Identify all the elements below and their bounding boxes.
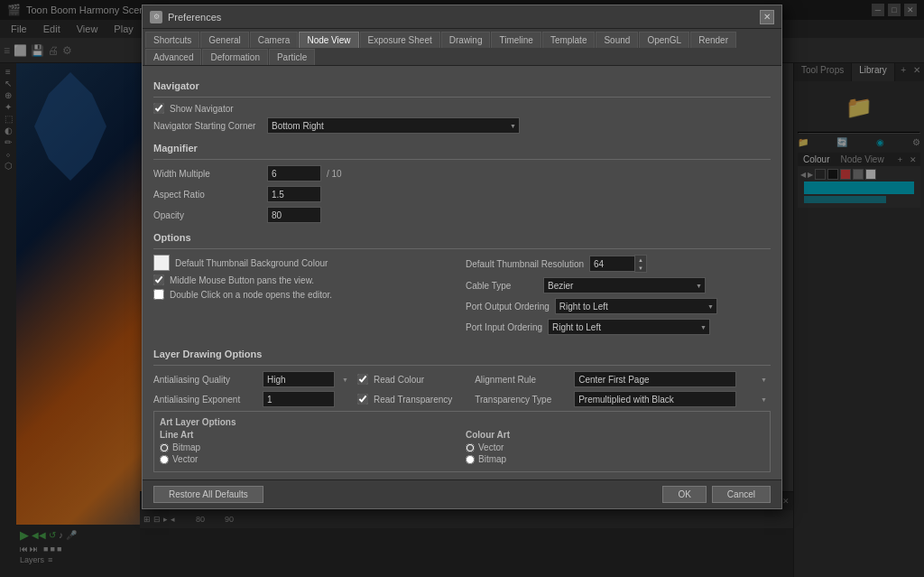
thumbnail-res-up[interactable]: ▲	[635, 256, 646, 264]
show-navigator-row: Show Navigator	[153, 103, 771, 114]
thumbnail-bg-row: Default Thumbnail Background Colour	[153, 255, 458, 271]
colour-art-vector-label: Vector	[478, 442, 504, 452]
aa-exponent-input[interactable]	[263, 391, 335, 407]
aspect-ratio-row: Aspect Ratio	[153, 186, 771, 202]
double-click-label: Double Click on a node opens the editor.	[170, 290, 332, 300]
art-layer-options-label: Art Layer Options	[160, 417, 764, 427]
aa-quality-select[interactable]: High Low Medium Very High	[263, 371, 335, 387]
starting-corner-select[interactable]: Bottom Right Top Left Top Right Bottom L…	[267, 117, 520, 134]
middle-mouse-row: Middle Mouse Button pans the view.	[153, 275, 458, 285]
port-output-select[interactable]: Right to Left Left to Right	[555, 298, 717, 314]
port-input-select[interactable]: Right to Left Left to Right	[548, 319, 710, 335]
tab-drawing[interactable]: Drawing	[441, 32, 491, 48]
dialog-titlebar: ⚙ Preferences ✕	[143, 5, 781, 29]
starting-corner-select-wrapper: Bottom Right Top Left Top Right Bottom L…	[267, 117, 520, 134]
tab-render[interactable]: Render	[690, 32, 736, 48]
transparency-type-select[interactable]: Premultiplied with Black Straight Premul…	[574, 391, 736, 407]
tab-sound[interactable]: Sound	[596, 32, 638, 48]
colour-art-group: Colour Art Vector Bitmap	[466, 430, 764, 466]
aa-quality-select-wrapper: High Low Medium Very High	[263, 371, 352, 387]
thumbnail-res-row: Default Thumbnail Resolution ▲ ▼	[466, 255, 771, 273]
options-grid: Default Thumbnail Background Colour Midd…	[153, 255, 771, 340]
aspect-ratio-input[interactable]	[267, 186, 321, 202]
read-colour-row: Read Colour	[357, 374, 469, 385]
thumbnail-res-spinbox: ▲ ▼	[589, 255, 647, 273]
tab-timeline-pref[interactable]: Timeline	[491, 32, 541, 48]
opacity-row: Opacity	[153, 207, 771, 223]
middle-mouse-checkbox[interactable]	[153, 275, 164, 285]
port-input-row: Port Input Ordering Right to Left Left t…	[466, 319, 771, 335]
preferences-dialog: ⚙ Preferences ✕ Shortcuts General Camera…	[142, 5, 782, 509]
colour-art-bitmap-radio[interactable]	[466, 455, 475, 464]
port-output-row: Port Output Ordering Right to Left Left …	[466, 298, 771, 314]
dialog-title: Preferences	[168, 12, 221, 23]
restore-defaults-button[interactable]: Restore All Defaults	[153, 486, 263, 503]
ok-button[interactable]: OK	[662, 486, 706, 503]
opacity-label: Opacity	[153, 210, 262, 220]
thumbnail-bg-swatch[interactable]	[153, 255, 170, 271]
tab-particle[interactable]: Particle	[269, 49, 315, 65]
tab-node-view[interactable]: Node View	[299, 32, 358, 48]
show-navigator-checkbox[interactable]	[153, 103, 164, 114]
opacity-input[interactable]	[267, 207, 321, 223]
read-transparency-row: Read Transparency	[357, 394, 469, 405]
colour-art-vector-row: Vector	[466, 442, 764, 452]
tab-advanced[interactable]: Advanced	[145, 49, 201, 65]
navigator-divider	[153, 97, 771, 98]
tab-opengl[interactable]: OpenGL	[639, 32, 689, 48]
colour-art-vector-radio[interactable]	[466, 443, 475, 452]
tab-camera[interactable]: Camera	[250, 32, 299, 48]
cancel-button[interactable]: Cancel	[712, 486, 771, 503]
line-art-label: Line Art	[160, 430, 458, 440]
starting-corner-label: Navigator Starting Corner	[153, 121, 262, 131]
dialog-tabs: Shortcuts General Camera Node View Expos…	[143, 29, 781, 66]
navigator-header: Navigator	[153, 80, 771, 91]
tab-template[interactable]: Template	[542, 32, 596, 48]
options-header: Options	[153, 232, 771, 243]
app-window: 🎬 Toon Boom Harmony Scene: S ─ □ ✕ File …	[0, 0, 924, 577]
thumbnail-res-down[interactable]: ▼	[635, 264, 646, 272]
port-input-select-wrapper: Right to Left Left to Right	[548, 319, 710, 335]
show-navigator-label: Show Navigator	[170, 104, 234, 114]
layer-drawing-grid: Antialiasing Quality High Low Medium Ver…	[153, 371, 771, 407]
double-click-checkbox[interactable]	[153, 289, 164, 300]
colour-art-bitmap-row: Bitmap	[466, 454, 764, 464]
port-output-select-wrapper: Right to Left Left to Right	[555, 298, 717, 314]
width-multiple-input[interactable]	[267, 165, 321, 181]
read-colour-checkbox[interactable]	[357, 374, 368, 385]
double-click-row: Double Click on a node opens the editor.	[153, 289, 458, 300]
dialog-close-button[interactable]: ✕	[760, 10, 774, 24]
aa-quality-label: Antialiasing Quality	[153, 375, 257, 385]
thumbnail-res-spinbox-btns: ▲ ▼	[634, 255, 647, 273]
footer-right: OK Cancel	[662, 486, 771, 503]
preferences-overlay: ⚙ Preferences ✕ Shortcuts General Camera…	[0, 0, 924, 577]
thumbnail-bg-label: Default Thumbnail Background Colour	[175, 258, 328, 268]
starting-corner-row: Navigator Starting Corner Bottom Right T…	[153, 117, 771, 134]
width-multiple-row: Width Multiple / 10	[153, 165, 771, 181]
width-multiple-label: Width Multiple	[153, 169, 262, 179]
read-transparency-checkbox[interactable]	[357, 394, 368, 405]
cable-type-select-wrapper: Bezier Straight S-Curve	[543, 277, 706, 293]
line-art-group: Line Art Bitmap Vector	[160, 430, 458, 466]
line-art-bitmap-row: Bitmap	[160, 442, 458, 452]
line-art-bitmap-label: Bitmap	[172, 442, 200, 452]
cable-type-label: Cable Type	[466, 281, 538, 291]
layer-drawing-header: Layer Drawing Options	[153, 349, 771, 359]
line-art-bitmap-radio[interactable]	[160, 443, 169, 452]
dialog-titlebar-left: ⚙ Preferences	[150, 11, 221, 23]
magnifier-divider	[153, 159, 771, 160]
tab-exposure-sheet[interactable]: Exposure Sheet	[360, 32, 440, 48]
transparency-type-select-wrapper: Premultiplied with Black Straight Premul…	[574, 391, 771, 407]
colour-art-bitmap-label: Bitmap	[478, 454, 506, 464]
thumbnail-res-input[interactable]	[589, 256, 634, 272]
read-transparency-label: Read Transparency	[374, 395, 452, 405]
colour-art-label: Colour Art	[466, 430, 764, 440]
line-art-vector-radio[interactable]	[160, 455, 169, 464]
alignment-rule-select-wrapper: Center First Page Left Right	[574, 371, 771, 387]
cable-type-select[interactable]: Bezier Straight S-Curve	[543, 277, 706, 293]
tab-shortcuts[interactable]: Shortcuts	[145, 32, 199, 48]
aspect-ratio-label: Aspect Ratio	[153, 190, 262, 200]
tab-general[interactable]: General	[200, 32, 249, 48]
tab-deformation[interactable]: Deformation	[202, 49, 267, 65]
alignment-rule-select[interactable]: Center First Page Left Right	[574, 371, 736, 387]
